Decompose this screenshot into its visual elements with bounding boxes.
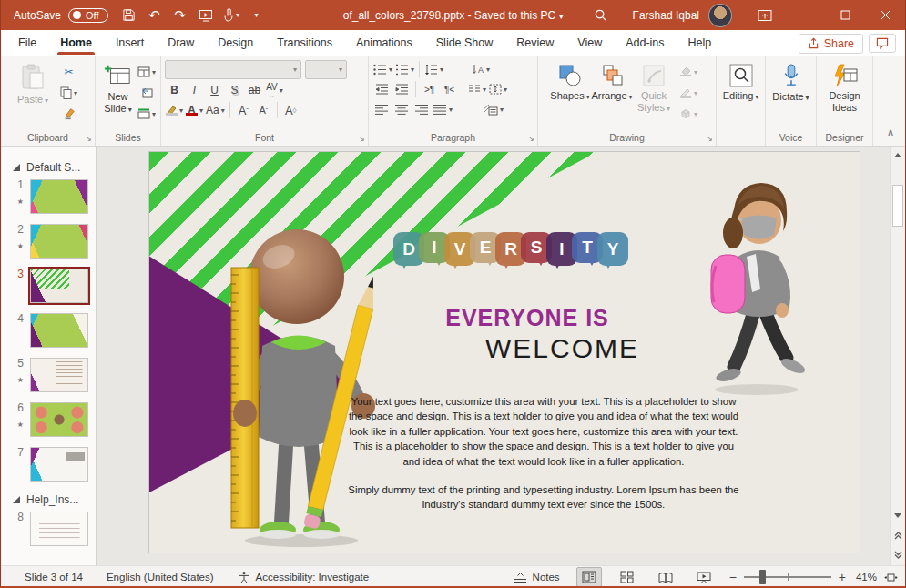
align-center-button[interactable]	[392, 100, 412, 118]
start-slideshow-button[interactable]	[194, 4, 218, 27]
slide-indicator[interactable]: Slide 3 of 14	[25, 572, 83, 583]
rtl-paragraph-button[interactable]: ¶<	[440, 80, 459, 98]
slide-thumbnail[interactable]	[30, 358, 88, 392]
collapse-ribbon-button[interactable]: ∧	[887, 127, 894, 138]
highlight-color-button[interactable]	[165, 101, 184, 119]
columns-button[interactable]	[467, 80, 487, 98]
design-ideas-button[interactable]: Design Ideas	[820, 61, 869, 127]
change-case-button[interactable]: Aa	[205, 101, 226, 119]
scroll-up-button[interactable]	[891, 148, 904, 161]
touch-mouse-mode-button[interactable]	[219, 4, 243, 27]
bullets-button[interactable]	[372, 60, 393, 78]
tab-insert[interactable]: Insert	[104, 32, 156, 55]
underline-button[interactable]: U	[205, 81, 224, 99]
section-header[interactable]: Default S...	[1, 159, 96, 179]
paragraph-dialog-launcher[interactable]: ↘	[527, 134, 534, 143]
slide-thumbnail-row[interactable]: 3	[1, 269, 96, 303]
font-name-combo[interactable]	[165, 60, 301, 79]
cut-button[interactable]: ✂	[59, 63, 78, 81]
slide-heading[interactable]: EVERYONE IS WELCOME	[415, 305, 639, 364]
bold-button[interactable]: B	[165, 81, 184, 99]
shapes-button[interactable]: Shapes	[549, 61, 591, 127]
arrange-button[interactable]: Arrange	[591, 61, 633, 127]
font-dialog-launcher[interactable]: ↘	[358, 134, 365, 143]
slide-thumbnail[interactable]	[30, 447, 88, 482]
user-name[interactable]: Farshad Iqbal	[633, 9, 699, 22]
slide-thumbnail-row[interactable]: 4	[1, 313, 96, 348]
copy-button[interactable]	[59, 84, 78, 102]
autosave-toggle[interactable]: Off	[68, 8, 107, 23]
accessibility-checker[interactable]: Accessibility: Investigate	[238, 571, 370, 583]
paste-button[interactable]: Paste	[12, 61, 54, 127]
font-color-button[interactable]: A	[185, 101, 204, 119]
slideshow-view-button[interactable]	[691, 567, 717, 587]
grow-font-button[interactable]: Aˆ	[234, 101, 253, 119]
notes-button[interactable]: Notes	[514, 572, 560, 583]
tab-file[interactable]: File	[6, 32, 48, 55]
shrink-font-button[interactable]: Aˇ	[254, 101, 273, 119]
slide-thumbnail-row[interactable]: 5	[1, 358, 96, 392]
tab-review[interactable]: Review	[504, 32, 565, 55]
slide-body-text[interactable]: Your text goes here, customize this area…	[348, 394, 739, 526]
reset-slide-button[interactable]	[137, 84, 157, 102]
line-spacing-button[interactable]	[423, 60, 444, 78]
tab-home[interactable]: Home	[48, 32, 104, 55]
decrease-indent-button[interactable]	[372, 80, 392, 98]
quick-styles-button[interactable]: Quick Styles	[633, 61, 675, 127]
next-slide-button[interactable]	[891, 548, 904, 561]
align-left-button[interactable]	[372, 100, 392, 118]
slide-sorter-view-button[interactable]	[615, 567, 640, 587]
text-shadow-button[interactable]: S	[225, 81, 244, 99]
zoom-out-button[interactable]: −	[729, 570, 737, 584]
text-direction-button[interactable]: A	[471, 60, 491, 78]
share-button[interactable]: Share	[799, 34, 863, 54]
slide-thumbnail[interactable]	[30, 313, 88, 348]
slide-thumbnail-row[interactable]: 8	[1, 512, 96, 546]
ribbon-display-options-button[interactable]	[745, 0, 785, 30]
shape-outline-button[interactable]	[678, 84, 698, 102]
search-button[interactable]	[589, 4, 613, 27]
undo-button[interactable]: ↶	[143, 4, 167, 27]
section-button[interactable]	[137, 105, 157, 123]
language-indicator[interactable]: English (United States)	[107, 572, 214, 583]
maximize-button[interactable]	[825, 0, 865, 30]
normal-view-button[interactable]	[576, 567, 602, 587]
slide-thumbnail[interactable]	[30, 402, 88, 437]
format-painter-button[interactable]	[59, 105, 78, 123]
character-spacing-button[interactable]: AV↔	[265, 81, 284, 99]
tab-design[interactable]: Design	[206, 32, 265, 55]
slide-thumbnail-row[interactable]: 1	[1, 179, 96, 214]
slide-layout-button[interactable]	[137, 63, 157, 81]
tab-animations[interactable]: Animations	[344, 32, 424, 55]
zoom-in-button[interactable]: +	[839, 570, 846, 584]
ltr-paragraph-button[interactable]: >¶	[420, 80, 439, 98]
numbering-button[interactable]	[394, 60, 415, 78]
justify-button[interactable]	[433, 100, 453, 118]
minimize-button[interactable]	[785, 0, 825, 30]
slide-thumbnail[interactable]	[30, 179, 88, 214]
align-right-button[interactable]	[412, 100, 432, 118]
slide-thumbnail-row[interactable]: 6	[1, 402, 96, 437]
reading-view-button[interactable]	[653, 567, 678, 587]
tab-add-ins[interactable]: Add-ins	[614, 32, 676, 55]
convert-smartart-button[interactable]	[482, 100, 504, 118]
tab-slide-show[interactable]: Slide Show	[424, 32, 505, 55]
slide-thumbnail[interactable]	[30, 224, 88, 259]
increase-indent-button[interactable]	[392, 80, 412, 98]
fit-slide-to-window-button[interactable]	[884, 572, 898, 583]
avatar[interactable]	[708, 4, 732, 27]
shape-fill-button[interactable]	[678, 63, 698, 81]
section-header[interactable]: Help_Ins...	[1, 492, 96, 512]
save-button[interactable]	[117, 4, 141, 27]
align-text-button[interactable]	[488, 80, 508, 98]
zoom-slider-thumb[interactable]	[759, 570, 766, 584]
tab-transitions[interactable]: Transitions	[265, 32, 344, 55]
slide-canvas[interactable]: DIVERSITY EVERYONE IS WELCOME Your text …	[149, 152, 860, 553]
slide-thumbnail-row[interactable]: 2	[1, 224, 96, 259]
tab-help[interactable]: Help	[677, 32, 724, 55]
zoom-slider[interactable]	[744, 576, 831, 578]
tab-view[interactable]: View	[565, 32, 614, 55]
clipboard-dialog-launcher[interactable]: ↘	[85, 134, 92, 143]
zoom-percentage[interactable]: 41%	[846, 572, 877, 583]
italic-button[interactable]: I	[185, 81, 204, 99]
